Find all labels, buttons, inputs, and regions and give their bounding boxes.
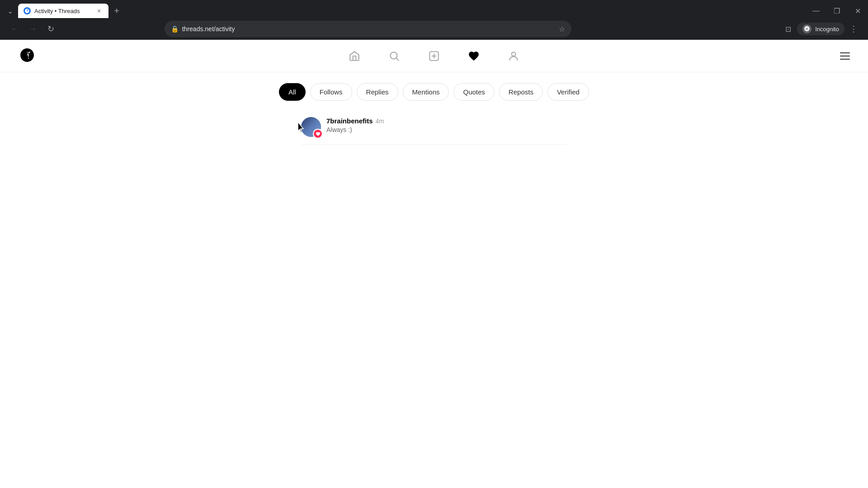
activity-username[interactable]: 7brainbenefits (326, 117, 373, 125)
tab-favicon (24, 7, 31, 14)
extensions-btn[interactable]: ⊡ (781, 22, 795, 36)
nav-search[interactable] (388, 50, 401, 62)
back-btn[interactable]: ← (7, 22, 22, 36)
filter-replies[interactable]: Replies (357, 83, 398, 101)
forward-btn[interactable]: → (25, 22, 40, 36)
address-text: threads.net/activity (182, 25, 555, 33)
bookmark-btn[interactable]: ☆ (559, 25, 565, 33)
filter-verified[interactable]: Verified (547, 83, 589, 101)
activity-content: 7brainbenefits 4m Always :) (294, 110, 574, 145)
incognito-icon (802, 24, 811, 33)
activity-timestamp: 4m (376, 117, 384, 125)
window-controls: — ❐ ✕ (806, 2, 868, 20)
lock-icon: 🔒 (171, 25, 179, 33)
nav-profile[interactable] (507, 50, 520, 62)
svg-line-2 (396, 58, 399, 60)
tab-dropdown-btn[interactable]: ⌄ (4, 5, 16, 17)
tab-bar: ⌄ Activity • Threads × + — ❐ ✕ (0, 0, 868, 18)
page-content: @ (0, 40, 868, 488)
maximize-btn[interactable]: ❐ (826, 2, 847, 20)
filter-reposts[interactable]: Reposts (499, 83, 543, 101)
address-bar[interactable]: 🔒 threads.net/activity ☆ (165, 21, 571, 37)
filter-tabs: All Follows Replies Mentions Quotes Repo… (0, 72, 868, 110)
svg-point-4 (512, 52, 516, 56)
reload-btn[interactable]: ↻ (43, 22, 58, 36)
nav-activity[interactable] (467, 50, 480, 62)
threads-logo[interactable]: @ (18, 46, 36, 66)
browser-chrome: ⌄ Activity • Threads × + — ❐ ✕ ← → ↻ 🔒 t… (0, 0, 868, 40)
nav-home[interactable] (348, 50, 361, 62)
filter-all[interactable]: All (279, 83, 306, 101)
minimize-btn[interactable]: — (806, 2, 826, 20)
activity-text: Always :) (326, 126, 567, 133)
activity-info: 7brainbenefits 4m Always :) (326, 117, 567, 133)
address-bar-row: ← → ↻ 🔒 threads.net/activity ☆ ⊡ Incogni… (0, 18, 868, 40)
top-nav: @ (0, 40, 868, 72)
new-tab-btn[interactable]: + (110, 5, 123, 17)
nav-compose[interactable] (428, 50, 440, 62)
activity-item: 7brainbenefits 4m Always :) (301, 110, 567, 145)
filter-mentions[interactable]: Mentions (403, 83, 449, 101)
filter-follows[interactable]: Follows (310, 83, 352, 101)
svg-text:@: @ (20, 50, 30, 61)
close-btn[interactable]: ✕ (847, 2, 868, 20)
more-btn[interactable]: ⋮ (846, 22, 861, 36)
browser-profile-area: ⊡ Incognito ⋮ (781, 22, 861, 36)
tab-close-btn[interactable]: × (95, 7, 103, 15)
like-badge (313, 129, 323, 139)
menu-btn[interactable] (840, 52, 850, 60)
incognito-label: Incognito (815, 26, 839, 33)
avatar-container (301, 117, 321, 137)
activity-header: 7brainbenefits 4m (326, 117, 567, 125)
incognito-btn[interactable]: Incognito (797, 23, 844, 35)
browser-tab-active[interactable]: Activity • Threads × (18, 4, 108, 18)
tab-title: Activity • Threads (34, 8, 91, 14)
filter-quotes[interactable]: Quotes (453, 83, 494, 101)
nav-icons (348, 50, 520, 62)
